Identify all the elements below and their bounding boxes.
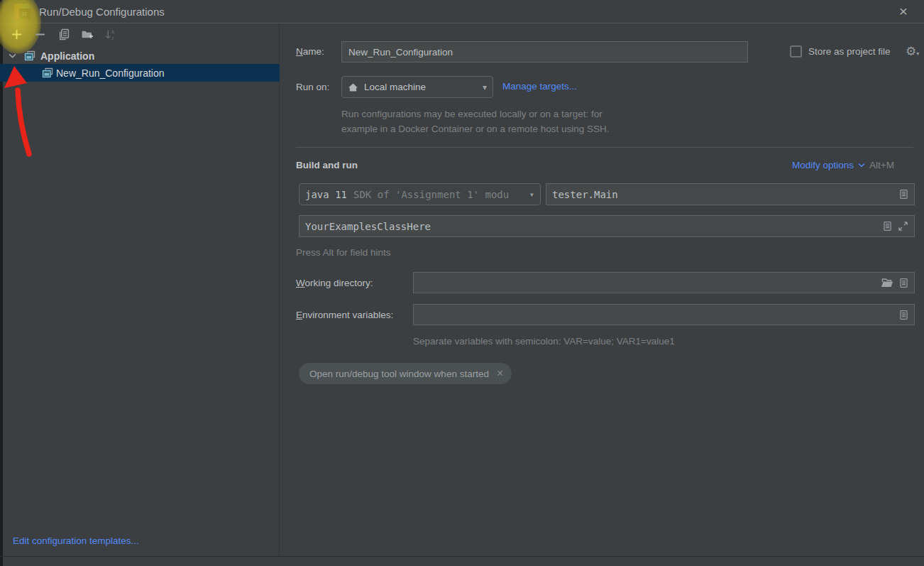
working-directory-label: Working directory: — [296, 278, 373, 288]
environment-variables-label: Environment variables: — [296, 310, 393, 320]
name-input[interactable] — [341, 41, 748, 62]
modify-options-link[interactable]: Modify options — [792, 160, 854, 170]
close-icon[interactable]: × — [894, 2, 913, 21]
application-icon — [42, 67, 53, 79]
sidebar-toolbar: a z — [0, 24, 128, 45]
browse-list-icon[interactable] — [899, 310, 908, 320]
tree-group-label: Application — [40, 50, 94, 62]
remove-configuration-icon[interactable] — [34, 28, 46, 40]
run-on-hint-line1: Run configurations may be executed local… — [341, 109, 603, 119]
chevron-down-icon: ▾ — [529, 190, 534, 200]
chevron-down-icon[interactable] — [9, 53, 16, 58]
program-arguments-field[interactable]: YourExamplesClassHere — [299, 215, 915, 237]
environment-variables-field[interactable] — [413, 304, 915, 325]
chevron-down-icon: ▾ — [483, 82, 487, 92]
program-arguments-value: YourExamplesClassHere — [305, 221, 431, 232]
expand-field-icon[interactable] — [898, 221, 908, 232]
jdk-detail: SDK of 'Assignment 1' modu — [353, 189, 509, 200]
store-settings-gear-icon[interactable]: ⚙▾ — [906, 45, 919, 60]
svg-text:a: a — [111, 29, 114, 34]
application-icon — [24, 50, 35, 62]
add-configuration-icon[interactable] — [11, 28, 23, 40]
browse-list-icon[interactable] — [899, 189, 908, 200]
jdk-select[interactable]: java 11 SDK of 'Assignment 1' modu ▾ — [299, 183, 541, 205]
configurations-sidebar: a z Application New_Run_Configuration Ed… — [0, 24, 280, 556]
manage-targets-link[interactable]: Manage targets... — [502, 81, 577, 92]
section-divider — [296, 147, 913, 148]
modify-options-shortcut: Alt+M — [869, 160, 894, 170]
tree-group-application[interactable]: Application — [0, 47, 280, 65]
sort-alphabetically-icon[interactable]: a z — [104, 28, 116, 40]
name-label: Name: — [296, 46, 324, 57]
working-directory-field[interactable] — [413, 272, 915, 293]
chip-label: Open run/debug tool window when started — [309, 369, 489, 379]
footer-divider — [0, 556, 924, 557]
copy-configuration-icon[interactable] — [57, 28, 70, 40]
store-as-project-file-checkbox[interactable] — [790, 45, 802, 58]
browse-folder-icon[interactable] — [881, 278, 893, 288]
open-tool-window-option-chip[interactable]: Open run/debug tool window when started … — [299, 363, 512, 384]
chevron-down-icon — [858, 163, 865, 168]
run-on-select[interactable]: Local machine ▾ — [341, 76, 493, 98]
intellij-logo-icon: IJ — [14, 4, 30, 19]
run-on-value: Local machine — [364, 82, 426, 92]
jdk-value: java 11 — [305, 189, 347, 200]
svg-text:z: z — [111, 36, 114, 40]
remove-option-icon[interactable]: × — [497, 367, 503, 380]
run-on-label: Run on: — [296, 82, 329, 92]
store-as-project-file-label: Store as project file — [808, 46, 891, 57]
build-and-run-heading: Build and run — [296, 160, 358, 170]
run-on-hint-line2: example in a Docker Container or on a re… — [341, 124, 609, 134]
dialog-titlebar: IJ Run/Debug Configurations × — [0, 0, 924, 23]
new-folder-icon[interactable] — [81, 28, 93, 40]
edit-configuration-templates-link[interactable]: Edit configuration templates... — [13, 535, 139, 546]
tree-item-new-run-configuration[interactable]: New_Run_Configuration — [0, 64, 280, 82]
tree-item-label: New_Run_Configuration — [56, 67, 165, 79]
dialog-title: Run/Debug Configurations — [39, 6, 165, 18]
main-class-field[interactable]: tester.Main — [546, 183, 915, 205]
environment-variables-hint: Separate variables with semicolon: VAR=v… — [413, 336, 675, 347]
home-icon — [348, 82, 358, 92]
browse-list-icon[interactable] — [899, 278, 908, 288]
configuration-editor-panel: Name: Store as project file ⚙▾ Run on: L… — [280, 24, 924, 556]
browse-list-icon[interactable] — [883, 221, 892, 232]
alt-hint-text: Press Alt for field hints — [296, 247, 391, 258]
main-class-value: tester.Main — [552, 189, 618, 200]
